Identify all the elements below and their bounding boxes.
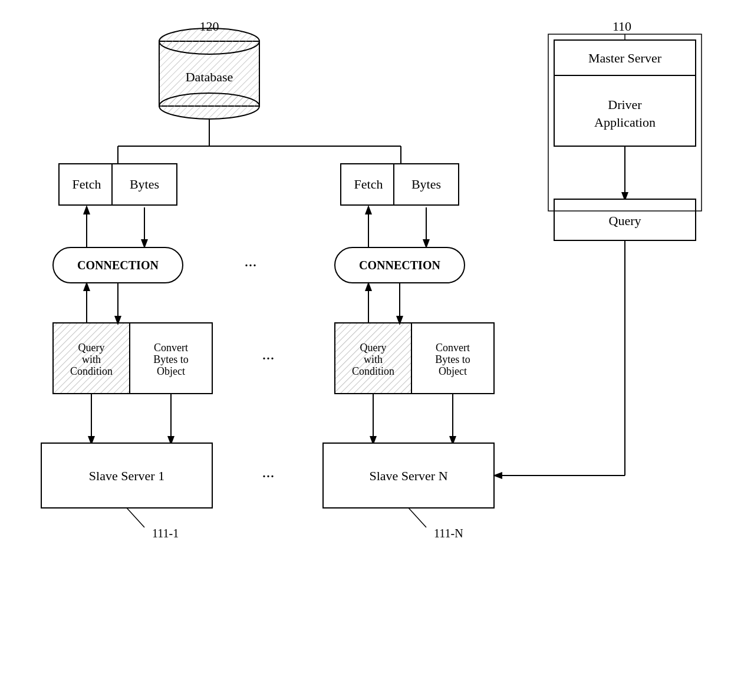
query-condition-left-label2: with — [82, 354, 101, 365]
driver-application-label1: Driver — [608, 97, 642, 112]
ref-111-n-line — [409, 508, 426, 527]
bytes-right-label: Bytes — [411, 177, 441, 191]
fetch-right-label: Fetch — [354, 177, 383, 191]
connection-left-label: CONNECTION — [77, 259, 159, 272]
database-top — [159, 28, 259, 54]
ref-111-1-label: 111-1 — [152, 527, 179, 540]
convert-bytes-left-label3: Object — [157, 365, 185, 377]
ref-110-label: 110 — [613, 19, 631, 34]
query-condition-left-label1: Query — [78, 342, 105, 354]
slave-server-n-label: Slave Server N — [369, 468, 447, 483]
dots-connections: ··· — [245, 256, 257, 275]
database-bottom — [159, 93, 259, 119]
query-condition-right-label1: Query — [360, 342, 387, 354]
query-right-label: Query — [609, 213, 641, 228]
convert-bytes-left-label1: Convert — [154, 342, 188, 354]
fetch-left-label: Fetch — [73, 177, 101, 191]
driver-application-label2: Application — [594, 115, 656, 130]
query-condition-left-label3: Condition — [70, 365, 113, 377]
diagram-container: 120 110 Database Fetch Bytes Fetch Bytes… — [0, 0, 731, 700]
master-server-label: Master Server — [588, 51, 662, 65]
dots-slave-servers: ··· — [262, 467, 275, 486]
convert-bytes-right-label1: Convert — [436, 342, 470, 354]
dots-query-groups: ··· — [262, 349, 275, 368]
connection-right-label: CONNECTION — [359, 259, 440, 272]
convert-bytes-left-label2: Bytes to — [153, 354, 189, 365]
query-condition-right-label3: Condition — [352, 365, 394, 377]
ref-111-n-label: 111-N — [434, 527, 463, 540]
convert-bytes-right-label3: Object — [439, 365, 467, 377]
ref-111-1-line — [127, 508, 144, 527]
query-condition-right-label2: with — [364, 354, 383, 365]
slave-server-1-label: Slave Server 1 — [89, 468, 164, 483]
convert-bytes-right-label2: Bytes to — [435, 354, 470, 365]
bytes-left-label: Bytes — [130, 177, 159, 191]
database-label: Database — [186, 70, 233, 84]
